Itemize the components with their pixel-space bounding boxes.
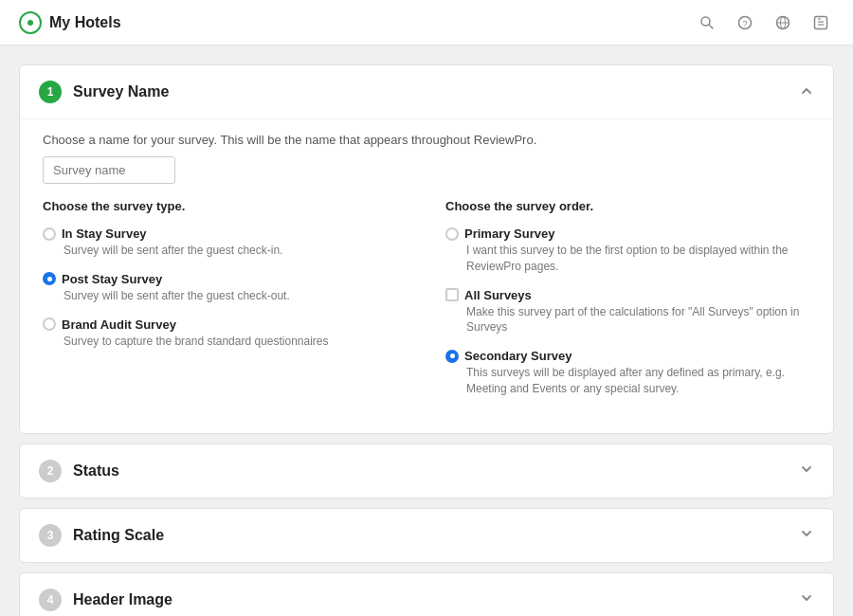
survey-name-input[interactable] [43, 156, 175, 184]
option-secondary-label[interactable]: Secondary Survey [445, 349, 810, 363]
accordion-title-status: Status [73, 462, 119, 480]
option-in-stay: In Stay Survey Survey will be sent after… [43, 226, 408, 259]
accordion-status-left: 2 Status [39, 460, 119, 482]
logo-text: My Hotels [49, 14, 121, 31]
accordion-title-rating-scale: Rating Scale [73, 527, 164, 544]
radio-brand-audit[interactable] [43, 317, 56, 331]
option-secondary-desc: This surveys will be displayed after any… [445, 365, 810, 397]
accordion-rating-left: 3 Rating Scale [39, 524, 164, 547]
logo: My Hotels [19, 11, 121, 34]
option-primary-desc: I want this survey to be the first optio… [445, 243, 810, 275]
step-badge-2: 2 [39, 460, 62, 482]
accordion-header-rating-scale[interactable]: 3 Rating Scale [20, 509, 833, 562]
accordion-rating-scale: 3 Rating Scale [19, 508, 834, 563]
step-badge-1: 1 [39, 81, 62, 103]
accordion-title-survey-name: Survey Name [73, 83, 169, 100]
option-all-surveys-desc: Make this survey part of the calculation… [445, 304, 810, 336]
survey-type-col: Choose the survey type. In Stay Survey S… [43, 199, 408, 410]
accordion-body-survey-name: Choose a name for your survey. This will… [20, 118, 833, 433]
logo-icon [19, 11, 42, 34]
option-brand-audit: Brand Audit Survey Survey to capture the… [43, 317, 408, 350]
survey-order-col: Choose the survey order. Primary Survey … [445, 199, 810, 410]
option-brand-audit-label[interactable]: Brand Audit Survey [43, 317, 408, 332]
survey-options-grid: Choose the survey type. In Stay Survey S… [43, 199, 810, 410]
svg-line-2 [709, 25, 713, 28]
option-in-stay-desc: Survey will be sent after the guest chec… [43, 243, 408, 259]
chevron-down-rating-icon [799, 526, 814, 544]
option-primary-label[interactable]: Primary Survey [445, 226, 810, 241]
chevron-up-icon [799, 83, 814, 101]
accordion-header-image-left: 4 Header Image [39, 589, 172, 611]
radio-post-stay[interactable] [43, 272, 56, 285]
survey-name-description: Choose a name for your survey. This will… [43, 133, 810, 147]
radio-secondary-survey[interactable] [445, 350, 459, 363]
step-badge-3: 3 [39, 524, 62, 547]
user-icon[interactable] [808, 9, 834, 36]
survey-type-heading: Choose the survey type. [43, 199, 408, 213]
accordion-header-header-image[interactable]: 4 Header Image [20, 573, 833, 616]
accordion-header-survey-name[interactable]: 1 Survey Name [20, 65, 833, 118]
option-all-surveys-label[interactable]: All Surveys [445, 288, 810, 302]
globe-icon[interactable] [770, 9, 796, 36]
option-post-stay-desc: Survey will be sent after the guest chec… [43, 288, 408, 304]
option-post-stay-label[interactable]: Post Stay Survey [43, 272, 408, 286]
option-in-stay-label[interactable]: In Stay Survey [43, 226, 408, 241]
svg-text:?: ? [743, 19, 748, 28]
accordion-title-header-image: Header Image [73, 591, 172, 608]
checkbox-all-surveys[interactable] [445, 288, 459, 301]
search-icon[interactable] [694, 9, 720, 36]
chevron-down-header-image-icon [799, 590, 814, 608]
accordion-header-status[interactable]: 2 Status [20, 444, 833, 498]
radio-in-stay[interactable] [43, 227, 56, 241]
nav-icons: ? [694, 9, 834, 36]
step-badge-4: 4 [39, 589, 62, 611]
chevron-down-status-icon [799, 462, 814, 480]
accordion-status: 2 Status [19, 444, 834, 498]
help-icon[interactable]: ? [732, 9, 758, 36]
accordion-header-left: 1 Survey Name [39, 81, 169, 103]
main-content: 1 Survey Name Choose a name for your sur… [0, 45, 853, 616]
option-post-stay: Post Stay Survey Survey will be sent aft… [43, 272, 408, 304]
survey-order-heading: Choose the survey order. [445, 199, 810, 213]
accordion-survey-name: 1 Survey Name Choose a name for your sur… [19, 64, 834, 434]
svg-point-0 [27, 20, 33, 26]
radio-primary-survey[interactable] [445, 227, 459, 241]
option-all-surveys: All Surveys Make this survey part of the… [445, 288, 810, 336]
option-secondary-survey: Secondary Survey This surveys will be di… [445, 349, 810, 397]
accordion-header-image: 4 Header Image [19, 572, 834, 616]
option-primary-survey: Primary Survey I want this survey to be … [445, 226, 810, 275]
top-nav: My Hotels ? [0, 0, 853, 45]
option-brand-audit-desc: Survey to capture the brand standard que… [43, 334, 408, 350]
